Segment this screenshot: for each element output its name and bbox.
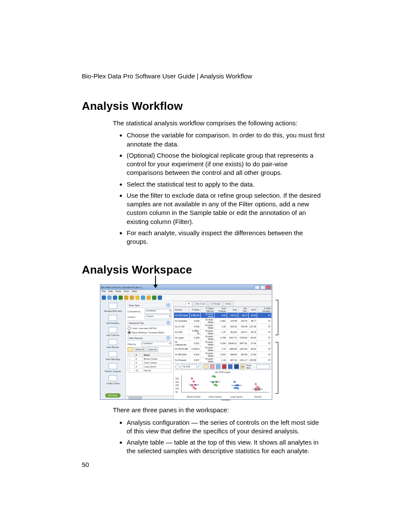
control-select[interactable]: <none> <box>145 314 171 319</box>
intro-text: The statistical analysis workflow compri… <box>113 119 329 128</box>
help-icon[interactable]: ? <box>166 303 170 307</box>
tab[interactable]: Obs Conc <box>193 301 208 306</box>
analyte-table[interactable]: AnalyteP ValueP Value MethodFold ChangeA… <box>174 307 272 363</box>
data-point <box>194 388 196 390</box>
toolbar-icon[interactable] <box>158 296 162 300</box>
chart-type-icon[interactable] <box>204 364 209 369</box>
menu-item[interactable]: Help <box>132 290 137 292</box>
list-item: Select the statistical test to apply to … <box>127 180 329 189</box>
chart-type-icon[interactable] <box>210 364 215 369</box>
toolbar-icon[interactable] <box>102 296 106 300</box>
page-number: 50 <box>82 461 89 468</box>
chart-analyte-select[interactable]: Hs FGF bas... <box>181 364 196 369</box>
help-icon[interactable]: ? <box>166 336 170 340</box>
menu-item[interactable]: Data <box>115 290 121 292</box>
filter-table[interactable]: #Name✓6Breast Cancer✓6Colon Cancer✓6Lung… <box>128 353 171 373</box>
table-row[interactable]: Hs PECAM10.004Kruskal-Wallis0.331699.841… <box>174 352 272 358</box>
table-row[interactable]: Hs Prolactin0.057Kruskal-Wallis1.43967.2… <box>174 358 272 363</box>
sidebar-item[interactable]: Edit Samples <box>103 315 123 324</box>
radio-ttest[interactable] <box>128 327 131 330</box>
toolbar[interactable] <box>100 295 272 301</box>
radio-mannwhitney[interactable] <box>128 331 131 334</box>
heading-analysis-workspace: Analysis Workspace <box>82 263 329 277</box>
table-row[interactable]: Hs Osteopontin0.021Kruskal-Wallis0.62610… <box>174 341 272 346</box>
window-controls[interactable] <box>254 285 271 290</box>
sidebar-item[interactable]: Manage Data Sets <box>103 303 123 312</box>
table-row[interactable]: Hs PDGF-BB0.00015Kruskal-Wallis2.701380.… <box>174 346 272 352</box>
select-all-button[interactable]: Select All <box>134 347 146 352</box>
workflow-bullets: Choose the variable for comparison. In o… <box>127 131 329 246</box>
brand-logo: BIO-RAD <box>105 393 121 398</box>
point-size-slider[interactable] <box>256 364 270 369</box>
data-point <box>237 387 239 389</box>
chart-type-icon[interactable] <box>234 364 239 369</box>
toolbar-icon[interactable] <box>118 296 123 300</box>
chart-toolbar[interactable]: ← Hs FGF bas... → Aa Point Size <box>174 363 272 370</box>
window-titlebar: Bio-Plex Data Pro Sample Project 1 <box>100 285 272 290</box>
screenshot-window: Bio-Plex Data Pro Sample Project 1 FileE… <box>100 284 272 400</box>
table-row[interactable]: ✓13Normal <box>128 369 171 373</box>
tab[interactable]: Ratio <box>224 301 234 306</box>
nav-sidebar[interactable]: Manage Data SetsEdit SamplesAdd ColumnsV… <box>100 301 126 399</box>
list-item: (Optional) Choose the biological replica… <box>127 151 329 177</box>
data-point <box>234 381 236 383</box>
menu-item[interactable]: File <box>102 290 106 292</box>
chart-type-icon[interactable] <box>216 364 221 369</box>
forward-icon[interactable]: → <box>198 364 202 369</box>
minimize-icon[interactable] <box>255 285 260 289</box>
table-row[interactable]: ✓6Lung Cancer <box>128 365 171 369</box>
table-row[interactable]: Hs G-CSF0.036Kruskal-Wallis1.56533.18706… <box>174 324 272 330</box>
toolbar-icon[interactable] <box>113 296 117 300</box>
data-point <box>215 384 218 386</box>
tab[interactable]: FI <box>186 301 192 306</box>
filter-by-select[interactable]: Condition <box>141 342 171 346</box>
compare-by-select[interactable]: Condition <box>145 309 171 314</box>
font-icon[interactable]: Aa <box>240 364 245 369</box>
menu-item[interactable]: Edit <box>109 290 113 292</box>
tab-strip[interactable]: FIObs ConcIn RangeRatio <box>174 301 272 307</box>
sidebar-item[interactable]: Add Columns <box>103 327 123 336</box>
toolbar-icon[interactable] <box>130 296 134 300</box>
toolbar-icon[interactable] <box>146 296 151 300</box>
toolbar-icon[interactable] <box>141 296 145 300</box>
chart-type-icon[interactable] <box>228 364 233 369</box>
help-icon[interactable]: ? <box>166 321 170 325</box>
data-point <box>191 377 193 380</box>
toolbar-icon[interactable] <box>152 296 156 300</box>
filter-icon[interactable] <box>128 347 133 352</box>
toolbar-icon[interactable] <box>135 296 140 300</box>
list-item: Choose the variable for comparison. In o… <box>127 131 329 149</box>
close-icon[interactable] <box>266 285 271 289</box>
list-item: Analyte table — table at the top of this… <box>127 438 329 456</box>
back-icon[interactable]: ← <box>175 364 180 369</box>
sidebar-item[interactable]: Perform Analysis <box>103 363 123 373</box>
sidebar-item[interactable]: View Results <box>103 339 123 348</box>
table-row[interactable]: Hs Leptin0.189Kruskal-Wallis0.7994157.72… <box>174 335 272 341</box>
workspace-bullets: Analysis configuration — the series of c… <box>127 418 329 456</box>
toolbar-icon[interactable] <box>107 296 112 300</box>
sidebar-item[interactable]: View Heat Map <box>103 351 123 361</box>
table-row[interactable]: Hs Follistatin0.039Kruskal-Wallis0.56127… <box>174 318 272 324</box>
table-row[interactable]: ✓6Colon Cancer <box>128 361 171 365</box>
toolbar-icon[interactable] <box>124 296 128 300</box>
callout-arrow <box>155 276 156 288</box>
horizontal-scrollbar[interactable] <box>126 395 173 399</box>
window-title: Bio-Plex Data Pro Sample Project 1 <box>101 286 142 289</box>
table-row[interactable]: Hs FGF basic6.45E-05Kruskal-Wallis3.0114… <box>174 313 272 318</box>
table-row[interactable]: Hs HGF4.386e-05Kruskal-Wallis1.37362.821… <box>174 330 272 335</box>
sidebar-item[interactable]: Create Charts <box>103 375 123 385</box>
menu-bar[interactable]: FileEditDataViewHelp <box>100 290 272 295</box>
menu-item[interactable]: View <box>124 290 129 292</box>
chart-type-icon[interactable] <box>222 364 227 369</box>
panel-start-here: Start Here? <box>128 302 171 308</box>
running-header: Bio-Plex Data Pro Software User Guide | … <box>82 72 329 80</box>
clear-all-button[interactable]: Clear All <box>147 347 159 352</box>
table-row[interactable]: ✓6Breast Cancer <box>128 357 171 361</box>
panel-statistical-test: Statistical Test? <box>128 320 171 326</box>
workspace-intro: There are three panes in the workspace: <box>113 406 329 414</box>
panel-filter-results: Filter Results? <box>128 335 171 341</box>
tab[interactable]: In Range <box>209 301 222 306</box>
data-point <box>255 389 257 391</box>
maximize-icon[interactable] <box>260 285 265 289</box>
list-item: Analysis configuration — the series of c… <box>127 418 329 436</box>
